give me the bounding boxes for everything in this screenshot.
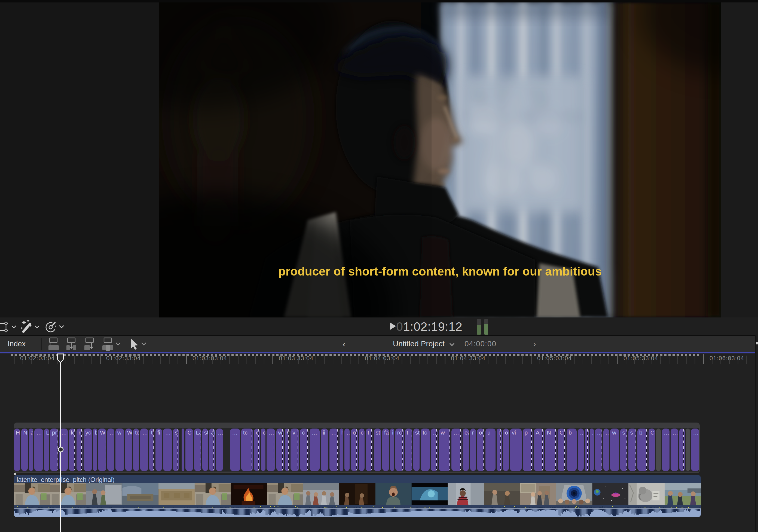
svg-text:01:02:33:04: 01:02:33:04: [106, 355, 141, 362]
svg-text:producer of short-form content: producer of short-form content, known fo…: [278, 265, 602, 278]
svg-text:01:05:33:04: 01:05:33:04: [624, 355, 658, 362]
svg-text:01:06:03:04: 01:06:03:04: [709, 355, 744, 362]
svg-text:01:03:03:04: 01:03:03:04: [192, 355, 227, 362]
svg-text:01:04:03:04: 01:04:03:04: [365, 355, 399, 362]
svg-text:01:03:33:04: 01:03:33:04: [279, 355, 313, 362]
svg-text:01:04:33:04: 01:04:33:04: [451, 355, 485, 362]
svg-text:01:02:03:04: 01:02:03:04: [20, 355, 55, 362]
svg-text:01:05:03:04: 01:05:03:04: [537, 355, 572, 362]
